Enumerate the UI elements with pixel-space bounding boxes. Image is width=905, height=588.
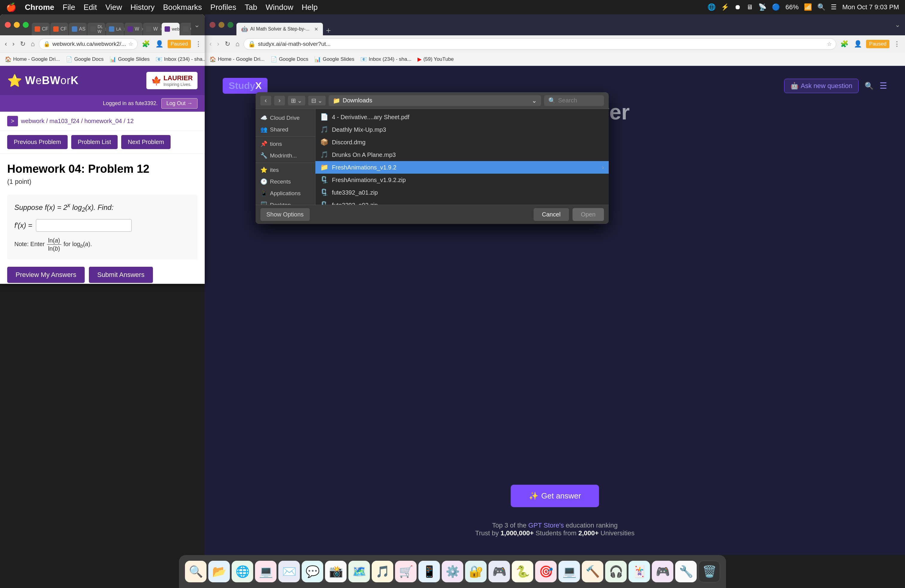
previous-problem-button[interactable]: Previous Problem (7, 135, 68, 149)
menu-view[interactable]: View (105, 3, 122, 12)
dock-settings[interactable]: ⚙️ (442, 561, 463, 582)
file-item-3[interactable]: 🎵 Drunks On A Plane.mp3 (316, 148, 609, 161)
logout-button[interactable]: Log Out → (161, 98, 197, 109)
dock-phone[interactable]: 📱 (418, 561, 440, 582)
file-item-4[interactable]: 📁 FreshAnimations_v1.9.2 › (316, 161, 609, 174)
dock-maps[interactable]: 🗺️ (348, 561, 370, 582)
studyx-ext1[interactable]: 🧩 (839, 39, 849, 49)
maximize-button[interactable] (23, 22, 29, 28)
menu-file[interactable]: File (62, 3, 75, 12)
bookmark-docs[interactable]: 📄 Google Docs (66, 56, 103, 63)
dialog-back-button[interactable]: ‹ (260, 96, 271, 105)
sidebar-shared[interactable]: 👥 Shared (256, 124, 315, 135)
sidebar-recents[interactable]: 🕐 Recents (256, 176, 315, 188)
problem-list-button[interactable]: Problem List (71, 135, 117, 149)
menu-bookmarks[interactable]: Bookmarks (163, 3, 202, 12)
sidebar-favorites[interactable]: ⭐ ites (256, 164, 315, 176)
sidebar-tions[interactable]: 📌 tions (256, 138, 315, 150)
submit-answers-button[interactable]: Submit Answers (89, 267, 153, 283)
menu-profiles[interactable]: Profiles (210, 3, 237, 12)
file-item-5[interactable]: 🗜️ FreshAnimations_v1.9.2.zip (316, 174, 609, 186)
tab-3[interactable]: AS ✕ (69, 23, 87, 35)
tab-5[interactable]: LA ✕ (106, 23, 124, 35)
close-button[interactable] (5, 22, 11, 28)
dock-gaming[interactable]: 🎮 (488, 561, 510, 582)
breadcrumb-toggle-button[interactable]: > (7, 116, 18, 126)
dock-messages[interactable]: 💬 (302, 561, 323, 582)
sidebar-cloud-drive[interactable]: ☁️ Cloud Drive (256, 112, 315, 124)
bookmark-home[interactable]: 🏠 Home - Google Dri... (5, 56, 60, 63)
dock-spotify[interactable]: 🎧 (605, 561, 627, 582)
dock-cards[interactable]: 🃏 (629, 561, 650, 582)
tab-overflow-button[interactable]: ⌄ (194, 21, 200, 29)
apple-icon[interactable]: 🍎 (6, 2, 16, 12)
menu-history[interactable]: History (130, 3, 155, 12)
dialog-search-box[interactable]: 🔍 Search (544, 95, 604, 106)
menu-help[interactable]: Help (302, 3, 318, 12)
studyx-tab-overflow[interactable]: ⌄ (895, 21, 900, 29)
studyx-ext2[interactable]: 👤 (853, 39, 863, 49)
back-button[interactable]: ‹ (3, 39, 8, 49)
next-problem-button[interactable]: Next Problem (121, 135, 171, 149)
studyx-menu[interactable]: ⋮ (892, 39, 902, 49)
tab-1[interactable]: CF ✕ (32, 23, 50, 35)
dock-activity[interactable]: 🎯 (535, 561, 557, 582)
search-icon[interactable]: 🔍 (817, 3, 826, 11)
studyx-tab-close[interactable]: ✕ (314, 26, 318, 32)
studyx-bm-docs[interactable]: 📄 Google Docs (270, 56, 308, 63)
menu-chrome[interactable]: Chrome (25, 3, 54, 12)
dock-discord[interactable]: 🔧 (675, 561, 697, 582)
studyx-new-tab[interactable]: + (324, 26, 333, 35)
ask-new-question-button[interactable]: 🤖 Ask new question (784, 79, 859, 93)
view-toggle-button[interactable]: ⊞ ⌄ (288, 96, 305, 105)
derivative-input[interactable] (36, 219, 132, 232)
dialog-location-bar[interactable]: 📁 Downloads ⌄ (329, 95, 541, 106)
extensions-button[interactable]: 🧩 (141, 39, 151, 49)
menu-edit[interactable]: Edit (84, 3, 97, 12)
address-bar[interactable]: 🔒 webwork.wlu.ca/webwork2/... ☆ (39, 38, 138, 50)
file-item-7[interactable]: 🗜️ fute3392_a02.zip (316, 199, 609, 205)
dock-python[interactable]: 🐍 (512, 561, 533, 582)
arrange-button[interactable]: ⊟ ⌄ (308, 96, 325, 105)
studyx-minimize[interactable] (219, 22, 224, 28)
file-item-0[interactable]: 📄 4 - Derivative....ary Sheet.pdf (316, 111, 609, 123)
studyx-bm-home[interactable]: 🏠 Home - Google Dri... (210, 56, 265, 63)
dock-appstore[interactable]: 🛒 (395, 561, 417, 582)
dock-security[interactable]: 🔐 (465, 561, 487, 582)
studyx-tab-active[interactable]: 🤖 AI Math Solver & Step-by-... ✕ (237, 23, 323, 35)
menu-window[interactable]: Window (265, 3, 293, 12)
dock-terminal[interactable]: 💻 (559, 561, 580, 582)
home-button[interactable]: ⌂ (30, 39, 36, 49)
tab-active[interactable]: webwork.wlu... ✕ (162, 23, 179, 35)
dialog-cancel-button[interactable]: Cancel (533, 208, 569, 221)
dialog-open-button[interactable]: Open (573, 208, 604, 221)
refresh-button[interactable]: ↻ (19, 39, 27, 49)
studyx-paused[interactable]: Paused (866, 40, 889, 48)
studyx-bm-inbox[interactable]: 📧 Inbox (234) - sha... (360, 56, 411, 63)
file-item-2[interactable]: 📦 Discord.dmg (316, 136, 609, 148)
dock-files[interactable]: 📂 (208, 561, 230, 582)
dialog-forward-button[interactable]: › (274, 96, 285, 105)
studyx-address-bar[interactable]: 🔒 studyx.ai/ai-math-solver?ut... ☆ (244, 38, 836, 50)
tab-6[interactable]: W ✕ (124, 23, 143, 35)
studyx-bm-slides[interactable]: 📊 Google Slides (314, 56, 354, 63)
bookmark-star[interactable]: ☆ (129, 41, 133, 47)
bookmark-slides[interactable]: 📊 Google Slides (110, 56, 150, 63)
studyx-bookmark-star[interactable]: ☆ (827, 41, 832, 47)
paused-badge[interactable]: Paused (168, 40, 191, 48)
forward-button[interactable]: › (11, 39, 16, 49)
dock-trash[interactable]: 🗑️ (699, 561, 720, 582)
sidebar-desktop[interactable]: 🖥️ Desktop (256, 199, 315, 205)
control-center-icon[interactable]: ☰ (831, 3, 837, 11)
menu-tab[interactable]: Tab (245, 3, 257, 12)
file-item-1[interactable]: 🎵 Deathly Mix-Up.mp3 (316, 123, 609, 136)
studyx-search-button[interactable]: 🔍 (865, 82, 873, 90)
studyx-back[interactable]: ‹ (208, 39, 213, 49)
studyx-bm-youtube[interactable]: ▶ (59) YouTube (418, 56, 454, 63)
minimize-button[interactable] (14, 22, 20, 28)
studyx-hamburger-button[interactable]: ☰ (880, 81, 887, 91)
studyx-close[interactable] (210, 22, 216, 28)
show-options-button[interactable]: Show Options (260, 208, 310, 221)
gpt-store-link[interactable]: GPT Store's (528, 521, 564, 529)
sidebar-applications[interactable]: 📱 Applications (256, 188, 315, 199)
